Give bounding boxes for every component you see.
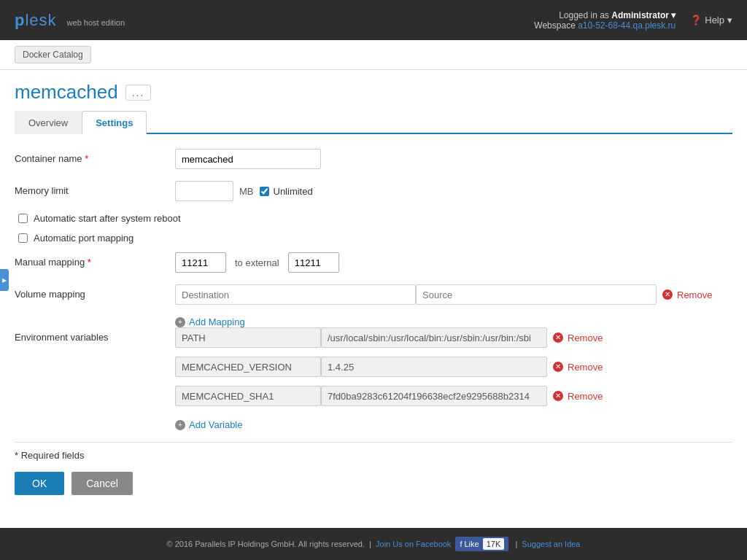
env-val-1[interactable] — [321, 327, 547, 348]
user-info: Logged in as Administrator ▾ Webspace a1… — [534, 10, 676, 31]
suggest-idea-link[interactable]: Suggest an Idea — [522, 540, 580, 548]
remove-icon-3: ✕ — [553, 391, 563, 401]
remove-icon-1: ✕ — [553, 332, 563, 343]
volume-mapping-control: ✕ Remove + Add Mapping — [175, 284, 732, 327]
question-icon: ❓ — [690, 15, 702, 26]
env-var-row-2: ✕ Remove — [175, 357, 608, 377]
like-button[interactable]: f Like 17K — [455, 537, 508, 551]
unlimited-label[interactable]: Unlimited — [260, 186, 313, 197]
page-title: memcached — [15, 81, 118, 104]
remove-icon-2: ✕ — [553, 362, 563, 372]
workspace-value: a10-52-68-44.qa.plesk.ru — [578, 20, 676, 31]
auto-start-checkbox[interactable] — [18, 214, 28, 223]
env-remove-1[interactable]: ✕ Remove — [547, 332, 608, 343]
env-vars-label: Environment variables — [15, 327, 175, 343]
volume-mapping-row: Volume mapping ✕ Remove + Add Mapping — [15, 284, 732, 327]
volume-mapping-inputs: ✕ Remove — [175, 284, 718, 305]
required-star: * — [85, 153, 88, 164]
container-name-input[interactable] — [175, 149, 321, 169]
divider — [15, 442, 732, 443]
logged-in-label: Logged in as — [559, 10, 609, 20]
required-star-2: * — [88, 257, 91, 268]
auto-port-row: Automatic port mapping — [15, 233, 732, 244]
auto-port-checkbox[interactable] — [18, 233, 28, 243]
env-vars-control: ✕ Remove ✕ Remove ✕ Remove — [175, 327, 732, 430]
required-note: * Required fields — [15, 450, 732, 461]
side-panel-toggle[interactable] — [0, 269, 9, 291]
title-row: memcached ... — [15, 81, 732, 104]
logo-area: plesk web host edition — [15, 11, 125, 30]
join-facebook-link[interactable]: Join Us on Facebook — [376, 540, 451, 548]
auto-start-label[interactable]: Automatic start after system reboot — [34, 213, 181, 224]
add-variable-button[interactable]: + Add Variable — [175, 419, 242, 430]
header-right: Logged in as Administrator ▾ Webspace a1… — [534, 10, 732, 31]
add-variable-icon: + — [175, 420, 185, 430]
copyright-text: © 2016 Parallels IP Holdings GmbH. All r… — [167, 540, 365, 548]
container-name-label: Container name * — [15, 149, 175, 164]
tab-overview[interactable]: Overview — [15, 111, 82, 134]
facebook-icon: f — [460, 540, 462, 548]
to-external-label: to external — [235, 257, 279, 268]
workspace-line: Webspace a10-52-68-44.qa.plesk.ru — [534, 20, 676, 31]
page-content: memcached ... Overview Settings Containe… — [0, 70, 747, 544]
add-mapping-button[interactable]: + Add Mapping — [175, 316, 245, 327]
tab-settings[interactable]: Settings — [82, 111, 147, 134]
ok-button[interactable]: OK — [15, 472, 64, 495]
volume-remove-button[interactable]: ✕ Remove — [657, 289, 718, 300]
env-key-3[interactable] — [175, 386, 321, 406]
footer: © 2016 Parallels IP Holdings GmbH. All r… — [0, 528, 747, 560]
env-var-row-3: ✕ Remove — [175, 386, 608, 406]
auto-start-row: Automatic start after system reboot — [15, 213, 732, 224]
logged-in-line: Logged in as Administrator ▾ — [534, 10, 676, 20]
add-icon-circle: + — [175, 317, 185, 327]
manual-mapping-row: Manual mapping * to external — [15, 252, 732, 273]
breadcrumb: Docker Catalog — [0, 40, 747, 70]
env-remove-2[interactable]: ✕ Remove — [547, 362, 608, 373]
remove-icon: ✕ — [662, 289, 673, 300]
plesk-logo: plesk — [15, 11, 57, 30]
env-key-1[interactable] — [175, 327, 321, 348]
env-val-3[interactable] — [321, 386, 547, 406]
container-name-control — [175, 149, 732, 169]
header: plesk web host edition Logged in as Admi… — [0, 0, 747, 40]
port-from-input[interactable] — [175, 252, 226, 273]
more-options-button[interactable]: ... — [125, 85, 152, 101]
workspace-label: Webspace — [534, 20, 575, 31]
env-key-2[interactable] — [175, 357, 321, 377]
destination-input[interactable] — [175, 284, 416, 305]
add-mapping-icon: + — [175, 317, 185, 327]
tab-bar: Overview Settings — [15, 111, 732, 134]
manual-mapping-label: Manual mapping * — [15, 252, 175, 268]
help-button[interactable]: ❓ Help ▾ — [690, 15, 732, 26]
env-remove-3[interactable]: ✕ Remove — [547, 391, 608, 402]
like-count: 17K — [483, 538, 505, 550]
admin-name: Administrator ▾ — [611, 10, 676, 20]
port-to-input[interactable] — [288, 252, 339, 273]
manual-mapping-control: to external — [175, 252, 732, 273]
unlimited-checkbox[interactable] — [260, 187, 269, 196]
env-vars-row: Environment variables ✕ Remove ✕ Remove — [15, 327, 732, 430]
action-buttons: OK Cancel — [15, 472, 732, 495]
env-var-row-1: ✕ Remove — [175, 327, 608, 348]
container-name-row: Container name * — [15, 149, 732, 169]
source-input[interactable] — [416, 284, 657, 305]
memory-limit-row: Memory limit MB Unlimited — [15, 181, 732, 201]
volume-mapping-label: Volume mapping — [15, 284, 175, 300]
memory-limit-label: Memory limit — [15, 181, 175, 196]
auto-port-label[interactable]: Automatic port mapping — [34, 233, 133, 244]
memory-limit-control: MB Unlimited — [175, 181, 732, 201]
logo-subtitle: web host edition — [67, 18, 125, 27]
memory-input[interactable] — [175, 181, 233, 201]
env-val-2[interactable] — [321, 357, 547, 377]
logo-p: p — [15, 11, 25, 29]
cancel-button[interactable]: Cancel — [71, 472, 133, 495]
docker-catalog-breadcrumb[interactable]: Docker Catalog — [15, 46, 91, 63]
mb-label: MB — [239, 186, 254, 197]
